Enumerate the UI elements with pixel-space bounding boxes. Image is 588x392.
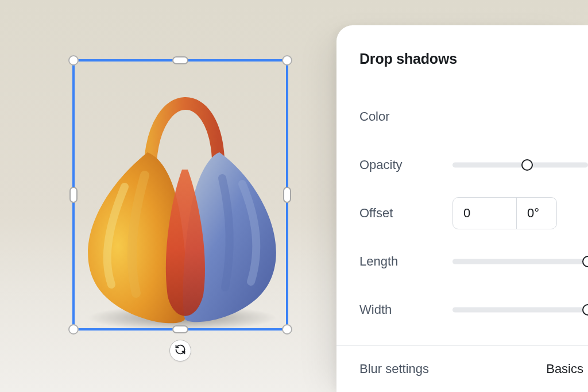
color-row: Color: [359, 93, 588, 141]
resize-handle-top-right[interactable]: [282, 55, 292, 66]
editor-stage: Drop shadows Color Opacity Offset 0 0°: [0, 0, 588, 392]
offset-row: Offset 0 0°: [359, 189, 588, 237]
resize-handle-right[interactable]: [283, 187, 291, 203]
offset-input-group: 0 0°: [452, 197, 557, 229]
width-slider[interactable]: [452, 304, 588, 316]
blur-mode-toggle[interactable]: Basics: [546, 362, 583, 376]
offset-angle-input[interactable]: 0°: [516, 198, 556, 229]
selection-bounding-box[interactable]: [72, 59, 288, 330]
slider-thumb[interactable]: [582, 256, 588, 267]
resize-handle-bottom[interactable]: [172, 325, 188, 333]
blur-settings-row: Blur settings Basics: [359, 346, 588, 392]
offset-distance-input[interactable]: 0: [453, 198, 516, 229]
rotate-icon: [175, 344, 186, 358]
resize-handle-bottom-left[interactable]: [68, 324, 79, 335]
slider-thumb[interactable]: [521, 159, 533, 171]
resize-handle-left[interactable]: [69, 187, 78, 203]
resize-handle-bottom-right[interactable]: [282, 324, 292, 335]
length-row: Length: [359, 237, 588, 286]
resize-handle-top-left[interactable]: [68, 55, 79, 66]
slider-track: [452, 162, 588, 167]
blur-settings-label: Blur settings: [359, 362, 429, 376]
slider-track: [452, 259, 588, 264]
length-slider[interactable]: [452, 256, 588, 267]
resize-handle-top[interactable]: [172, 56, 188, 64]
slider-track: [452, 307, 588, 312]
color-label: Color: [359, 109, 452, 124]
slider-thumb[interactable]: [582, 304, 588, 316]
rotate-button[interactable]: [169, 340, 191, 362]
width-label: Width: [359, 302, 452, 317]
offset-label: Offset: [359, 206, 452, 221]
width-row: Width: [359, 286, 588, 334]
opacity-slider[interactable]: [452, 159, 588, 171]
drop-shadows-panel: Drop shadows Color Opacity Offset 0 0°: [336, 25, 588, 392]
opacity-row: Opacity: [359, 141, 588, 189]
opacity-label: Opacity: [359, 157, 452, 172]
length-label: Length: [359, 254, 452, 269]
panel-title: Drop shadows: [359, 51, 588, 67]
